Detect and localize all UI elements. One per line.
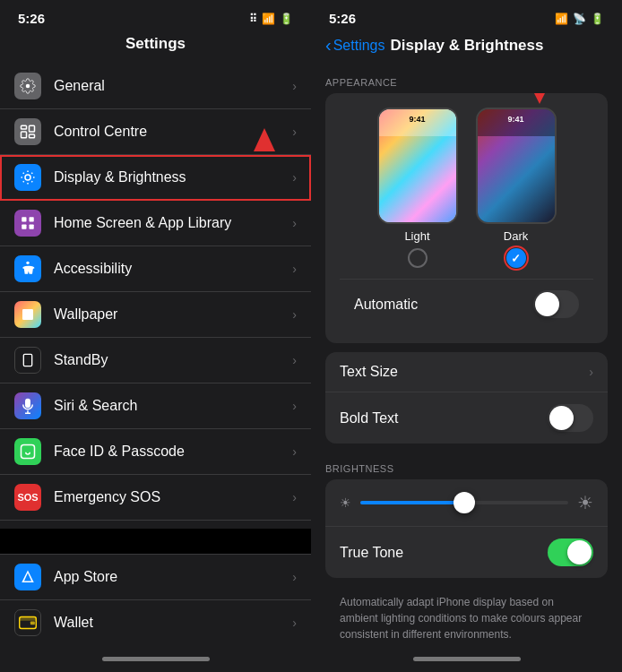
appearance-options: 9:41 Light 9:41 Dark [340, 108, 593, 268]
app-store-label: App Store [54, 569, 292, 585]
left-time: 5:26 [18, 11, 45, 26]
checkmark-icon: ✓ [511, 252, 521, 265]
display-brightness-label: Display & Brightness [54, 169, 292, 185]
sidebar-item-wallet[interactable]: Wallet › [0, 600, 311, 645]
display-brightness-content: APPEARANCE 9:41 Light [311, 66, 622, 645]
text-options-card: Text Size › Bold Text [325, 352, 608, 444]
light-preview-time: 9:41 [379, 115, 456, 124]
siri-icon [14, 392, 41, 419]
list-divider [0, 529, 311, 554]
back-label: Settings [333, 38, 385, 54]
wallet-label: Wallet [54, 615, 292, 631]
sidebar-item-siri-search[interactable]: Siri & Search › [0, 383, 311, 429]
brightness-track[interactable] [360, 501, 568, 504]
automatic-toggle[interactable] [533, 290, 579, 318]
standby-icon [14, 347, 41, 374]
right-wifi-icon: 📡 [573, 13, 586, 25]
svg-point-0 [26, 84, 30, 89]
text-size-right: › [589, 365, 593, 379]
emergency-sos-chevron: › [292, 490, 297, 504]
general-chevron: › [292, 79, 297, 93]
siri-search-label: Siri & Search [54, 398, 292, 414]
home-screen-label: Home Screen & App Library [54, 215, 292, 231]
accessibility-label: Accessibility [54, 261, 292, 277]
sidebar-item-accessibility[interactable]: Accessibility › [0, 246, 311, 292]
right-home-bar [413, 657, 521, 661]
grid-icon: ⠿ [249, 13, 257, 25]
face-id-icon [14, 438, 41, 465]
home-bar [102, 657, 210, 661]
sidebar-item-display-brightness[interactable]: Display & Brightness › [0, 155, 311, 201]
appearance-card: 9:41 Light 9:41 Dark [325, 93, 608, 343]
true-tone-toggle[interactable] [548, 538, 593, 566]
svg-rect-1 [22, 125, 27, 129]
sidebar-item-app-store[interactable]: App Store › [0, 554, 311, 600]
face-id-chevron: › [292, 444, 297, 459]
brightness-thumb[interactable] [454, 492, 475, 513]
brightness-slider-row: ☀ ☀ [340, 492, 593, 513]
light-radio[interactable] [408, 248, 428, 268]
svg-rect-4 [30, 134, 35, 138]
toggle-knob-true-tone [567, 540, 592, 564]
appearance-option-dark[interactable]: 9:41 Dark ✓ [476, 108, 557, 268]
svg-rect-7 [30, 217, 34, 221]
sidebar-item-exposure[interactable]: Exposure Notifications › [0, 521, 311, 529]
settings-panel: 5:26 ⠿ 📶 🔋 Settings General › Control Ce… [0, 0, 311, 672]
true-tone-description: Automatically adapt iPhone display based… [325, 587, 608, 645]
sidebar-item-wallpaper[interactable]: Wallpaper › [0, 292, 311, 338]
svg-rect-22 [20, 617, 37, 621]
right-time: 5:26 [329, 11, 356, 26]
svg-rect-9 [30, 225, 34, 229]
wallet-chevron: › [292, 616, 297, 630]
home-screen-chevron: › [292, 216, 297, 230]
right-status-bar: 5:26 📶 📡 🔋 [311, 0, 622, 31]
battery-icon: 🔋 [280, 13, 293, 25]
control-centre-icon [14, 118, 41, 145]
right-header: ‹ Settings Display & Brightness [311, 31, 622, 66]
brightness-high-icon: ☀ [577, 492, 593, 513]
back-button[interactable]: ‹ Settings [325, 35, 384, 56]
emergency-sos-icon: SOS [14, 484, 41, 511]
automatic-row: Automatic [340, 279, 593, 329]
text-size-row[interactable]: Text Size › [325, 352, 608, 392]
automatic-label: Automatic [354, 297, 418, 313]
standby-label: StandBy [54, 352, 292, 368]
settings-list: General › Control Centre › Display & Bri… [0, 64, 311, 529]
accessibility-icon [14, 255, 41, 282]
display-brightness-icon [14, 164, 41, 191]
siri-search-chevron: › [292, 399, 297, 413]
appearance-option-light[interactable]: 9:41 Light [377, 108, 458, 268]
accessibility-chevron: › [292, 262, 297, 276]
bold-text-toggle[interactable] [548, 404, 593, 432]
arrow-annotation [254, 128, 275, 151]
sidebar-item-home-screen[interactable]: Home Screen & App Library › [0, 201, 311, 246]
right-home-indicator [311, 645, 622, 672]
wallpaper-icon [14, 301, 41, 328]
dark-radio[interactable]: ✓ [506, 248, 526, 268]
bold-text-label: Bold Text [340, 410, 399, 426]
svg-point-10 [26, 262, 29, 264]
right-battery-icon: 🔋 [591, 13, 604, 25]
dark-arrow [527, 93, 552, 104]
brightness-section-label: BRIGHTNESS [325, 452, 608, 479]
sidebar-item-standby[interactable]: StandBy › [0, 338, 311, 383]
display-brightness-chevron: › [292, 170, 297, 185]
sidebar-item-general[interactable]: General › [0, 64, 311, 109]
text-size-chevron: › [589, 365, 593, 379]
right-signal-icon: 📶 [555, 13, 568, 25]
sidebar-item-emergency-sos[interactable]: SOS Emergency SOS › [0, 475, 311, 521]
light-preview: 9:41 [377, 108, 458, 224]
emergency-sos-label: Emergency SOS [54, 489, 292, 505]
sidebar-item-face-id[interactable]: Face ID & Passcode › [0, 429, 311, 475]
wallet-icon [14, 609, 41, 636]
display-brightness-panel: 5:26 📶 📡 🔋 ‹ Settings Display & Brightne… [311, 0, 622, 672]
app-store-icon [14, 564, 41, 590]
standby-chevron: › [292, 353, 297, 367]
right-status-icons: 📶 📡 🔋 [555, 13, 604, 25]
toggle-knob-automatic [535, 292, 559, 316]
true-tone-row: True Tone [325, 526, 608, 578]
light-label: Light [404, 229, 429, 243]
appearance-section-label: APPEARANCE [325, 66, 608, 93]
app-store-chevron: › [292, 570, 297, 584]
settings-title: Settings [0, 31, 311, 64]
